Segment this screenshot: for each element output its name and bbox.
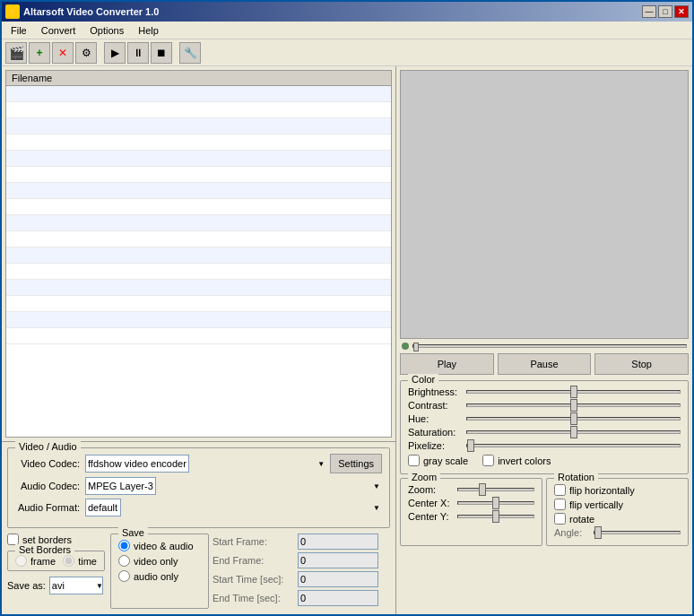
save-as-wrapper: avi xyxy=(49,577,105,594)
save-as-select[interactable]: avi xyxy=(49,577,103,594)
audio-only-radio[interactable] xyxy=(118,570,130,582)
video-audio-radio-label: video & audio xyxy=(134,541,194,551)
minimize-button[interactable]: — xyxy=(642,5,656,18)
flip-v-checkbox[interactable] xyxy=(554,499,566,510)
flip-h-label: flip horizontally xyxy=(569,485,635,496)
video-codec-select[interactable]: ffdshow video encoder xyxy=(85,455,189,473)
center-x-row: Center X: xyxy=(408,498,534,508)
frame-radio-label: frame xyxy=(30,556,56,567)
time-radio-row: time xyxy=(63,555,97,567)
saturation-label: Saturation: xyxy=(408,427,466,438)
play-toolbar-button[interactable]: ▶ xyxy=(104,42,126,64)
seek-track[interactable] xyxy=(412,344,687,348)
tools-button[interactable]: 🔧 xyxy=(179,42,201,64)
pause-button[interactable]: Pause xyxy=(498,353,592,375)
table-row xyxy=(6,151,391,167)
rotate-row: rotate xyxy=(554,513,681,525)
maximize-button[interactable]: □ xyxy=(658,5,672,18)
window-controls: — □ ✕ xyxy=(642,5,689,18)
angle-row: Angle: xyxy=(554,527,681,538)
video-settings-button[interactable]: Settings xyxy=(330,454,382,473)
table-row xyxy=(6,312,391,328)
start-frame-label: Start Frame: xyxy=(213,536,298,547)
end-frame-input[interactable] xyxy=(298,552,378,568)
audio-only-radio-row: audio only xyxy=(118,570,201,582)
table-row xyxy=(6,231,391,247)
add-green-button[interactable]: + xyxy=(29,42,50,64)
time-radio-label: time xyxy=(78,556,97,567)
play-button[interactable]: Play xyxy=(400,353,494,375)
audio-codec-wrapper: MPEG Layer-3 xyxy=(85,477,382,495)
seek-thumb[interactable] xyxy=(413,343,419,351)
flip-h-checkbox[interactable] xyxy=(554,484,566,496)
zoom-row: Zoom: xyxy=(408,484,534,495)
pause-toolbar-button[interactable]: ⏸ xyxy=(127,42,149,64)
video-audio-title: Video / Audio xyxy=(15,441,81,452)
hue-slider[interactable] xyxy=(466,417,681,421)
color-section-title: Color xyxy=(408,374,438,385)
menu-convert[interactable]: Convert xyxy=(34,23,83,38)
stop-toolbar-button[interactable]: ⏹ xyxy=(151,42,172,64)
borders-section: set borders Set Borders frame time xyxy=(7,534,105,609)
rotate-checkbox[interactable] xyxy=(554,513,566,525)
menu-options[interactable]: Options xyxy=(82,23,131,38)
main-content: Filename xyxy=(2,66,692,614)
titlebar: ⚡ Altarsoft Video Converter 1.0 — □ ✕ xyxy=(2,2,692,22)
audio-format-wrapper: default xyxy=(85,499,382,516)
invert-colors-checkbox[interactable] xyxy=(482,455,494,466)
table-row xyxy=(6,296,391,312)
audio-codec-label: Audio Codec: xyxy=(15,481,85,491)
set-borders-group-title: Set Borders xyxy=(15,544,74,555)
audio-format-select[interactable]: default xyxy=(85,499,121,516)
saturation-slider[interactable] xyxy=(466,430,681,434)
angle-slider[interactable] xyxy=(594,531,681,534)
zoom-section-title: Zoom xyxy=(408,472,440,482)
end-time-input[interactable] xyxy=(298,590,378,606)
start-time-input[interactable] xyxy=(298,571,378,587)
app-icon: ⚡ xyxy=(5,4,20,19)
close-button[interactable]: ✕ xyxy=(674,5,689,18)
video-only-radio-row: video only xyxy=(118,555,201,567)
brightness-row: Brightness: xyxy=(408,386,681,397)
rotation-section-title: Rotation xyxy=(554,472,598,482)
pixelize-slider[interactable] xyxy=(466,444,681,447)
center-y-slider[interactable] xyxy=(457,515,534,518)
table-row xyxy=(6,280,391,296)
flip-h-row: flip horizontally xyxy=(554,484,681,496)
playback-buttons: Play Pause Stop xyxy=(400,353,689,375)
stop-button[interactable]: Stop xyxy=(594,353,689,375)
brightness-slider[interactable] xyxy=(466,390,681,394)
remove-button[interactable]: ✕ xyxy=(52,42,74,64)
audio-codec-select[interactable]: MPEG Layer-3 xyxy=(85,477,156,495)
video-only-radio[interactable] xyxy=(118,555,130,567)
start-time-row: Start Time [sec]: xyxy=(213,571,390,587)
add-file-button[interactable]: 🎬 xyxy=(5,42,27,64)
save-as-label: Save as: xyxy=(7,580,46,591)
time-radio[interactable] xyxy=(63,555,74,567)
start-frame-input[interactable] xyxy=(298,534,378,550)
file-list: Filename xyxy=(5,70,392,438)
gray-scale-option: gray scale xyxy=(408,455,468,466)
menu-help[interactable]: Help xyxy=(131,23,166,38)
right-panel: Play Pause Stop Color Brightness: Contra… xyxy=(396,66,692,614)
settings-button[interactable]: ⚙ xyxy=(75,42,97,64)
menu-file[interactable]: File xyxy=(4,23,34,38)
color-checkboxes: gray scale invert colors xyxy=(408,455,681,466)
video-audio-radio[interactable] xyxy=(118,540,130,551)
flip-v-label: flip vertically xyxy=(569,499,623,510)
contrast-label: Contrast: xyxy=(408,400,466,411)
end-frame-label: End Frame: xyxy=(213,555,298,566)
zoom-label: Zoom: xyxy=(408,484,457,495)
zoom-rotation-section: Zoom Zoom: Center X: Center Y: xyxy=(400,478,689,546)
frame-radio[interactable] xyxy=(15,555,27,567)
zoom-slider[interactable] xyxy=(457,488,534,491)
video-codec-label: Video Codec: xyxy=(15,458,85,469)
file-list-header: Filename xyxy=(6,71,391,86)
contrast-slider[interactable] xyxy=(466,403,681,407)
rotation-section: Rotation flip horizontally flip vertical… xyxy=(546,478,689,546)
center-x-slider[interactable] xyxy=(457,501,534,505)
gray-scale-checkbox[interactable] xyxy=(408,455,420,466)
menubar: File Convert Options Help xyxy=(2,22,692,39)
file-list-body[interactable] xyxy=(6,86,391,437)
zoom-section: Zoom Zoom: Center X: Center Y: xyxy=(400,478,542,546)
